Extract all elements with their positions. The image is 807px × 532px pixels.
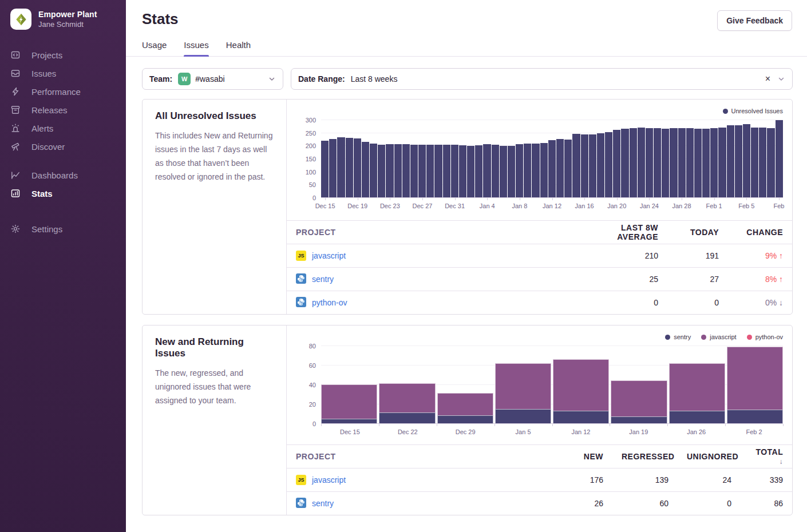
sidebar-item-stats[interactable]: Stats	[0, 184, 126, 203]
sentry-segment[interactable]	[321, 419, 377, 424]
tab-usage[interactable]: Usage	[142, 40, 167, 56]
javascript-segment[interactable]	[611, 380, 667, 416]
unresolved-bar[interactable]	[589, 134, 596, 197]
unresolved-bar[interactable]	[735, 125, 742, 197]
javascript-segment[interactable]	[553, 359, 609, 411]
unresolved-bar[interactable]	[508, 146, 515, 197]
unresolved-bar[interactable]	[556, 139, 564, 197]
unresolved-bar[interactable]	[686, 128, 694, 197]
unresolved-bar[interactable]	[524, 144, 531, 197]
unresolved-bar[interactable]	[346, 138, 353, 197]
legend-item[interactable]: sentry	[665, 332, 691, 342]
unresolved-bar[interactable]	[492, 145, 499, 197]
stacked-bar[interactable]	[553, 346, 609, 423]
sentry-segment[interactable]	[553, 411, 609, 423]
unresolved-bar[interactable]	[394, 144, 402, 197]
unresolved-bar[interactable]	[654, 128, 661, 197]
bar-series[interactable]	[321, 120, 783, 198]
sentry-segment[interactable]	[669, 411, 725, 423]
sidebar-item-alerts[interactable]: Alerts	[0, 119, 126, 137]
stacked-bar[interactable]	[379, 346, 435, 423]
sentry-segment[interactable]	[495, 409, 551, 424]
project-link[interactable]: sentry	[312, 499, 334, 508]
sidebar-item-issues[interactable]: Issues	[0, 64, 126, 82]
sentry-segment[interactable]	[611, 416, 667, 423]
project-link[interactable]: javascript	[312, 251, 346, 260]
unresolved-bar[interactable]	[678, 128, 686, 197]
stacked-bar[interactable]	[669, 346, 725, 423]
unresolved-bar[interactable]	[418, 145, 426, 197]
unresolved-bar[interactable]	[451, 145, 458, 197]
tab-issues[interactable]: Issues	[184, 40, 208, 56]
sentry-segment[interactable]	[379, 412, 435, 423]
legend-item[interactable]: python-ov	[747, 332, 783, 342]
unresolved-bar[interactable]	[378, 145, 385, 197]
sentry-segment[interactable]	[437, 415, 493, 423]
unresolved-bar[interactable]	[321, 141, 329, 197]
javascript-segment[interactable]	[321, 384, 377, 419]
javascript-segment[interactable]	[379, 383, 435, 412]
unresolved-bar[interactable]	[410, 145, 418, 197]
unresolved-bar[interactable]	[483, 144, 490, 197]
stacked-bar[interactable]	[611, 346, 667, 423]
unresolved-bar[interactable]	[751, 128, 758, 197]
team-select[interactable]: Team: W #wasabi	[142, 68, 283, 90]
unresolved-bar[interactable]	[776, 120, 783, 197]
unresolved-bar[interactable]	[459, 145, 466, 197]
unresolved-bar[interactable]	[564, 140, 572, 197]
tab-health[interactable]: Health	[226, 40, 251, 56]
unresolved-bar[interactable]	[662, 129, 669, 197]
unresolved-bar[interactable]	[426, 145, 434, 197]
project-link[interactable]: javascript	[312, 475, 346, 485]
unresolved-bar[interactable]	[548, 140, 556, 197]
date-range-select[interactable]: Date Range: Last 8 weeks ×	[291, 68, 793, 90]
javascript-segment[interactable]	[437, 393, 493, 415]
unresolved-bar[interactable]	[402, 144, 410, 197]
unresolved-bar[interactable]	[581, 134, 588, 197]
unresolved-bar[interactable]	[329, 139, 337, 197]
unresolved-bar[interactable]	[540, 143, 548, 197]
clear-date-range-icon[interactable]: ×	[765, 74, 770, 84]
unresolved-bar[interactable]	[572, 134, 580, 197]
stacked-bar[interactable]	[437, 346, 493, 423]
unresolved-bar[interactable]	[621, 129, 628, 197]
unresolved-bar[interactable]	[443, 145, 450, 197]
unresolved-bar[interactable]	[727, 125, 734, 197]
legend-item[interactable]: Unresolved Issues	[723, 106, 784, 116]
unresolved-bar[interactable]	[475, 145, 482, 197]
org-switcher[interactable]: Empower Plant Jane Schmidt	[0, 0, 126, 30]
sort-column-header[interactable]: Total ↓	[741, 447, 792, 466]
unresolved-bar[interactable]	[467, 146, 474, 197]
javascript-segment[interactable]	[727, 347, 783, 410]
stacked-bar[interactable]	[495, 346, 551, 423]
unresolved-bar[interactable]	[516, 144, 523, 197]
unresolved-bar[interactable]	[362, 142, 369, 197]
unresolved-bar[interactable]	[759, 128, 766, 197]
give-feedback-button[interactable]: Give Feedback	[717, 10, 792, 31]
unresolved-bar[interactable]	[597, 133, 604, 197]
sidebar-item-projects[interactable]: Projects	[0, 46, 126, 64]
sidebar-item-dashboards[interactable]: Dashboards	[0, 166, 126, 184]
unresolved-bar[interactable]	[354, 138, 361, 197]
sidebar-item-discover[interactable]: Discover	[0, 137, 126, 156]
sidebar-item-performance[interactable]: Performance	[0, 82, 126, 101]
project-link[interactable]: python-ov	[312, 298, 347, 307]
unresolved-bar[interactable]	[370, 144, 377, 197]
legend-item[interactable]: javascript	[701, 332, 736, 342]
stacked-bar[interactable]	[727, 346, 783, 423]
sidebar-item-settings[interactable]: Settings	[0, 220, 126, 238]
unresolved-bar[interactable]	[767, 128, 774, 197]
unresolved-bar[interactable]	[630, 128, 637, 197]
unresolved-bar[interactable]	[613, 130, 620, 197]
unresolved-bar[interactable]	[337, 137, 345, 197]
unresolved-bar[interactable]	[718, 128, 726, 197]
sidebar-item-releases[interactable]: Releases	[0, 101, 126, 119]
unresolved-bar[interactable]	[743, 124, 750, 197]
sentry-segment[interactable]	[727, 410, 783, 423]
unresolved-bar[interactable]	[710, 128, 718, 197]
unresolved-bar[interactable]	[500, 146, 507, 197]
javascript-segment[interactable]	[669, 363, 725, 411]
unresolved-bar[interactable]	[702, 129, 710, 197]
unresolved-bar[interactable]	[670, 128, 677, 197]
stacked-bar-series[interactable]	[321, 346, 783, 424]
